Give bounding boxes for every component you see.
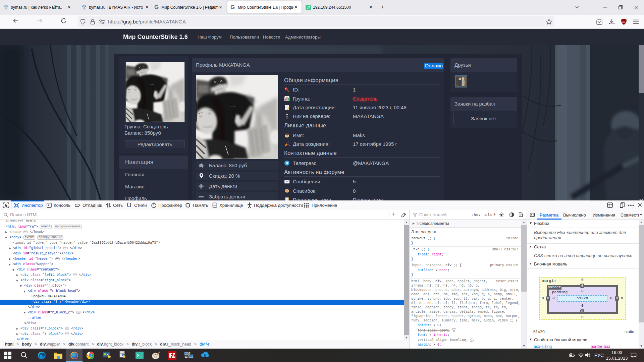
svg-text:uO: uO	[622, 21, 626, 23]
